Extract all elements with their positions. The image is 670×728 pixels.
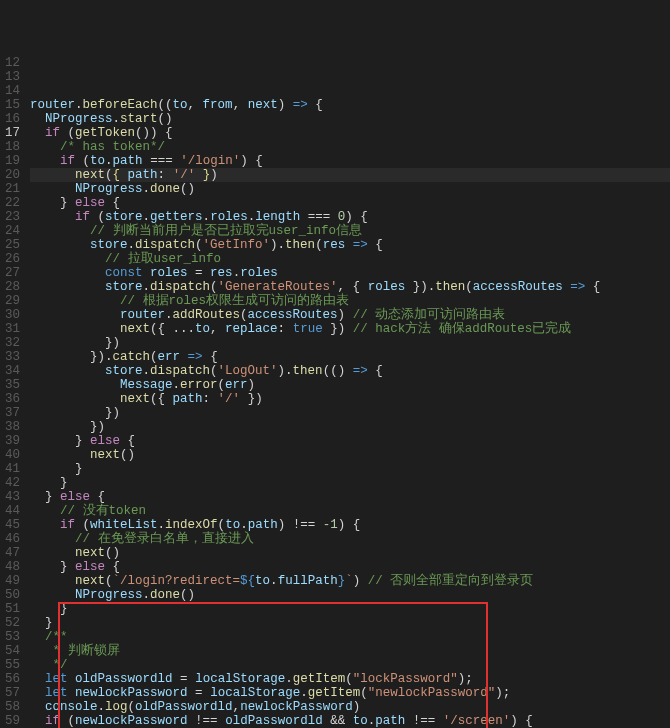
code-line[interactable]: NProgress.done() [30, 182, 670, 196]
line-number: 35 [0, 378, 20, 392]
line-number: 25 [0, 238, 20, 252]
line-number: 49 [0, 574, 20, 588]
code-line[interactable]: }) [30, 406, 670, 420]
code-line[interactable]: * 判断锁屏 [30, 644, 670, 658]
line-number: 44 [0, 504, 20, 518]
line-number: 42 [0, 476, 20, 490]
code-line[interactable]: next() [30, 546, 670, 560]
code-line[interactable]: } [30, 476, 670, 490]
line-number: 38 [0, 420, 20, 434]
line-number: 15 [0, 98, 20, 112]
code-line[interactable]: store.dispatch('LogOut').then(() => { [30, 364, 670, 378]
line-number: 28 [0, 280, 20, 294]
code-line[interactable]: store.dispatch('GenerateRoutes', { roles… [30, 280, 670, 294]
line-number: 30 [0, 308, 20, 322]
line-number: 14 [0, 84, 20, 98]
line-number: 59 [0, 714, 20, 728]
line-number: 41 [0, 462, 20, 476]
code-line[interactable]: } else { [30, 434, 670, 448]
code-line[interactable]: next() [30, 448, 670, 462]
line-number: 50 [0, 588, 20, 602]
line-number: 26 [0, 252, 20, 266]
line-number: 39 [0, 434, 20, 448]
code-line[interactable]: // 判断当前用户是否已拉取完user_info信息 [30, 224, 670, 238]
code-line[interactable]: }) [30, 420, 670, 434]
line-number: 58 [0, 700, 20, 714]
line-number: 53 [0, 630, 20, 644]
code-line[interactable]: store.dispatch('GetInfo').then(res => { [30, 238, 670, 252]
line-number: 37 [0, 406, 20, 420]
line-number: 56 [0, 672, 20, 686]
line-number: 40 [0, 448, 20, 462]
code-line[interactable]: next({ path: '/' }) [30, 168, 670, 182]
line-number: 18 [0, 140, 20, 154]
line-number: 23 [0, 210, 20, 224]
line-number: 48 [0, 560, 20, 574]
line-number: 34 [0, 364, 20, 378]
line-number: 22 [0, 196, 20, 210]
line-number: 19 [0, 154, 20, 168]
code-line[interactable]: if (whiteList.indexOf(to.path) !== -1) { [30, 518, 670, 532]
code-line[interactable]: }) [30, 336, 670, 350]
code-line[interactable]: NProgress.start() [30, 112, 670, 126]
code-line[interactable]: // 在免登录白名单，直接进入 [30, 532, 670, 546]
code-line[interactable]: } [30, 616, 670, 630]
line-number: 43 [0, 490, 20, 504]
code-line[interactable]: if (getToken()) { [30, 126, 670, 140]
line-number-gutter: 1213141516171819202122232425262728293031… [0, 56, 28, 728]
code-line[interactable]: if (to.path === '/login') { [30, 154, 670, 168]
line-number: 45 [0, 518, 20, 532]
line-number: 13 [0, 70, 20, 84]
code-line[interactable]: const roles = res.roles [30, 266, 670, 280]
line-number: 21 [0, 182, 20, 196]
line-number: 12 [0, 56, 20, 70]
line-number: 52 [0, 616, 20, 630]
code-editor[interactable]: 1213141516171819202122232425262728293031… [0, 56, 670, 728]
line-number: 27 [0, 266, 20, 280]
code-line[interactable]: /* has token*/ [30, 140, 670, 154]
line-number: 17 [0, 126, 20, 140]
code-line[interactable]: /** [30, 630, 670, 644]
code-line[interactable]: let oldPasswordld = localStorage.getItem… [30, 672, 670, 686]
line-number: 31 [0, 322, 20, 336]
line-number: 20 [0, 168, 20, 182]
code-line[interactable]: next({ path: '/' }) [30, 392, 670, 406]
code-line[interactable]: router.beforeEach((to, from, next) => { [30, 98, 670, 112]
code-line[interactable]: if (newlockPassword !== oldPasswordld &&… [30, 714, 670, 728]
code-line[interactable]: next(`/login?redirect=${to.fullPath}`) /… [30, 574, 670, 588]
code-line[interactable]: // 根据roles权限生成可访问的路由表 [30, 294, 670, 308]
line-number: 33 [0, 350, 20, 364]
code-line[interactable]: NProgress.done() [30, 588, 670, 602]
code-line[interactable]: }).catch(err => { [30, 350, 670, 364]
line-number: 36 [0, 392, 20, 406]
line-number: 24 [0, 224, 20, 238]
code-line[interactable]: next({ ...to, replace: true }) // hack方法… [30, 322, 670, 336]
code-line[interactable]: } [30, 602, 670, 616]
line-number: 54 [0, 644, 20, 658]
line-number: 51 [0, 602, 20, 616]
line-number: 16 [0, 112, 20, 126]
code-line[interactable]: } else { [30, 490, 670, 504]
line-number: 55 [0, 658, 20, 672]
line-number: 32 [0, 336, 20, 350]
code-line[interactable]: console.log(oldPasswordld,newlockPasswor… [30, 700, 670, 714]
line-number: 29 [0, 294, 20, 308]
code-line[interactable]: */ [30, 658, 670, 672]
line-number: 47 [0, 546, 20, 560]
code-line[interactable]: let newlockPassword = localStorage.getIt… [30, 686, 670, 700]
code-line[interactable]: // 没有token [30, 504, 670, 518]
line-number: 46 [0, 532, 20, 546]
code-line[interactable]: } else { [30, 196, 670, 210]
code-line[interactable]: router.addRoutes(accessRoutes) // 动态添加可访… [30, 308, 670, 322]
code-line[interactable]: Message.error(err) [30, 378, 670, 392]
line-number: 57 [0, 686, 20, 700]
code-line[interactable]: // 拉取user_info [30, 252, 670, 266]
code-area[interactable]: router.beforeEach((to, from, next) => { … [28, 56, 670, 728]
code-line[interactable]: if (store.getters.roles.length === 0) { [30, 210, 670, 224]
code-line[interactable]: } else { [30, 560, 670, 574]
code-line[interactable]: } [30, 462, 670, 476]
